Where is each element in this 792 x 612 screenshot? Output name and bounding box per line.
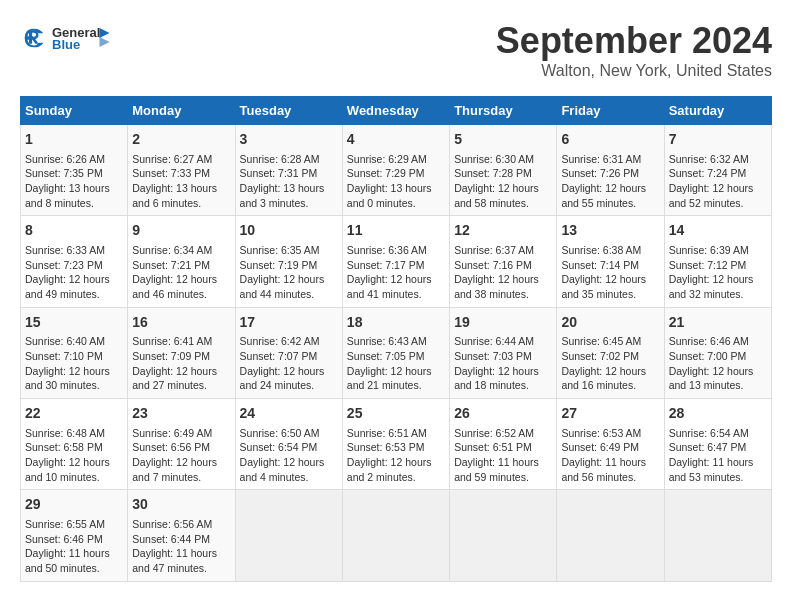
col-thursday: Thursday [450,97,557,125]
day-number: 27 [561,404,659,424]
col-monday: Monday [128,97,235,125]
calendar-cell [664,490,771,581]
calendar-cell: 3Sunrise: 6:28 AMSunset: 7:31 PMDaylight… [235,125,342,216]
calendar-cell: 22Sunrise: 6:48 AMSunset: 6:58 PMDayligh… [21,399,128,490]
day-number: 14 [669,221,767,241]
sunset-label: Sunset: 6:49 PM [561,441,639,453]
sunrise-label: Sunrise: 6:40 AM [25,335,105,347]
sunrise-label: Sunrise: 6:30 AM [454,153,534,165]
day-number: 4 [347,130,445,150]
calendar-cell: 24Sunrise: 6:50 AMSunset: 6:54 PMDayligh… [235,399,342,490]
daylight-label: Daylight: 11 hours and 47 minutes. [132,547,217,574]
day-number: 16 [132,313,230,333]
header-row: Sunday Monday Tuesday Wednesday Thursday… [21,97,772,125]
sunrise-label: Sunrise: 6:42 AM [240,335,320,347]
day-number: 26 [454,404,552,424]
calendar-cell: 27Sunrise: 6:53 AMSunset: 6:49 PMDayligh… [557,399,664,490]
calendar-cell: 28Sunrise: 6:54 AMSunset: 6:47 PMDayligh… [664,399,771,490]
logo-text: General Blue [52,20,112,56]
sunset-label: Sunset: 7:00 PM [669,350,747,362]
sunset-label: Sunset: 7:05 PM [347,350,425,362]
calendar-cell: 20Sunrise: 6:45 AMSunset: 7:02 PMDayligh… [557,307,664,398]
calendar-cell: 17Sunrise: 6:42 AMSunset: 7:07 PMDayligh… [235,307,342,398]
sunset-label: Sunset: 7:12 PM [669,259,747,271]
daylight-label: Daylight: 12 hours and 38 minutes. [454,273,539,300]
sunrise-label: Sunrise: 6:39 AM [669,244,749,256]
calendar-cell: 9Sunrise: 6:34 AMSunset: 7:21 PMDaylight… [128,216,235,307]
sunset-label: Sunset: 7:28 PM [454,167,532,179]
calendar-cell: 8Sunrise: 6:33 AMSunset: 7:23 PMDaylight… [21,216,128,307]
sunrise-label: Sunrise: 6:44 AM [454,335,534,347]
sunrise-label: Sunrise: 6:56 AM [132,518,212,530]
sunset-label: Sunset: 6:58 PM [25,441,103,453]
calendar-week-1: 1Sunrise: 6:26 AMSunset: 7:35 PMDaylight… [21,125,772,216]
sunset-label: Sunset: 6:46 PM [25,533,103,545]
day-number: 6 [561,130,659,150]
daylight-label: Daylight: 11 hours and 59 minutes. [454,456,539,483]
daylight-label: Daylight: 12 hours and 46 minutes. [132,273,217,300]
day-number: 11 [347,221,445,241]
daylight-label: Daylight: 12 hours and 32 minutes. [669,273,754,300]
daylight-label: Daylight: 12 hours and 30 minutes. [25,365,110,392]
daylight-label: Daylight: 11 hours and 50 minutes. [25,547,110,574]
day-number: 3 [240,130,338,150]
calendar-cell: 15Sunrise: 6:40 AMSunset: 7:10 PMDayligh… [21,307,128,398]
calendar-cell: 16Sunrise: 6:41 AMSunset: 7:09 PMDayligh… [128,307,235,398]
sunrise-label: Sunrise: 6:55 AM [25,518,105,530]
sunrise-label: Sunrise: 6:46 AM [669,335,749,347]
sunset-label: Sunset: 7:07 PM [240,350,318,362]
calendar-cell: 14Sunrise: 6:39 AMSunset: 7:12 PMDayligh… [664,216,771,307]
sunset-label: Sunset: 6:44 PM [132,533,210,545]
daylight-label: Daylight: 12 hours and 52 minutes. [669,182,754,209]
calendar-cell: 13Sunrise: 6:38 AMSunset: 7:14 PMDayligh… [557,216,664,307]
location: Walton, New York, United States [496,62,772,80]
sunrise-label: Sunrise: 6:29 AM [347,153,427,165]
daylight-label: Daylight: 12 hours and 18 minutes. [454,365,539,392]
sunset-label: Sunset: 6:56 PM [132,441,210,453]
sunset-label: Sunset: 7:19 PM [240,259,318,271]
day-number: 21 [669,313,767,333]
col-saturday: Saturday [664,97,771,125]
sunset-label: Sunset: 7:10 PM [25,350,103,362]
day-number: 5 [454,130,552,150]
calendar-cell: 29Sunrise: 6:55 AMSunset: 6:46 PMDayligh… [21,490,128,581]
calendar-cell: 2Sunrise: 6:27 AMSunset: 7:33 PMDaylight… [128,125,235,216]
sunset-label: Sunset: 7:09 PM [132,350,210,362]
day-number: 25 [347,404,445,424]
sunrise-label: Sunrise: 6:35 AM [240,244,320,256]
sunset-label: Sunset: 7:24 PM [669,167,747,179]
daylight-label: Daylight: 12 hours and 16 minutes. [561,365,646,392]
daylight-label: Daylight: 12 hours and 2 minutes. [347,456,432,483]
logo-icon [20,24,48,52]
sunrise-label: Sunrise: 6:52 AM [454,427,534,439]
sunrise-label: Sunrise: 6:51 AM [347,427,427,439]
day-number: 20 [561,313,659,333]
calendar-week-5: 29Sunrise: 6:55 AMSunset: 6:46 PMDayligh… [21,490,772,581]
calendar-table: Sunday Monday Tuesday Wednesday Thursday… [20,96,772,582]
sunrise-label: Sunrise: 6:26 AM [25,153,105,165]
daylight-label: Daylight: 12 hours and 35 minutes. [561,273,646,300]
calendar-cell: 6Sunrise: 6:31 AMSunset: 7:26 PMDaylight… [557,125,664,216]
calendar-cell: 19Sunrise: 6:44 AMSunset: 7:03 PMDayligh… [450,307,557,398]
sunset-label: Sunset: 7:17 PM [347,259,425,271]
day-number: 9 [132,221,230,241]
day-number: 30 [132,495,230,515]
calendar-cell [557,490,664,581]
sunset-label: Sunset: 7:26 PM [561,167,639,179]
day-number: 12 [454,221,552,241]
sunset-label: Sunset: 7:14 PM [561,259,639,271]
col-sunday: Sunday [21,97,128,125]
sunrise-label: Sunrise: 6:50 AM [240,427,320,439]
sunrise-label: Sunrise: 6:33 AM [25,244,105,256]
calendar-cell: 18Sunrise: 6:43 AMSunset: 7:05 PMDayligh… [342,307,449,398]
calendar-week-2: 8Sunrise: 6:33 AMSunset: 7:23 PMDaylight… [21,216,772,307]
sunset-label: Sunset: 7:35 PM [25,167,103,179]
daylight-label: Daylight: 13 hours and 8 minutes. [25,182,110,209]
day-number: 10 [240,221,338,241]
sunset-label: Sunset: 6:47 PM [669,441,747,453]
col-friday: Friday [557,97,664,125]
sunrise-label: Sunrise: 6:53 AM [561,427,641,439]
daylight-label: Daylight: 12 hours and 55 minutes. [561,182,646,209]
sunrise-label: Sunrise: 6:28 AM [240,153,320,165]
sunset-label: Sunset: 7:16 PM [454,259,532,271]
